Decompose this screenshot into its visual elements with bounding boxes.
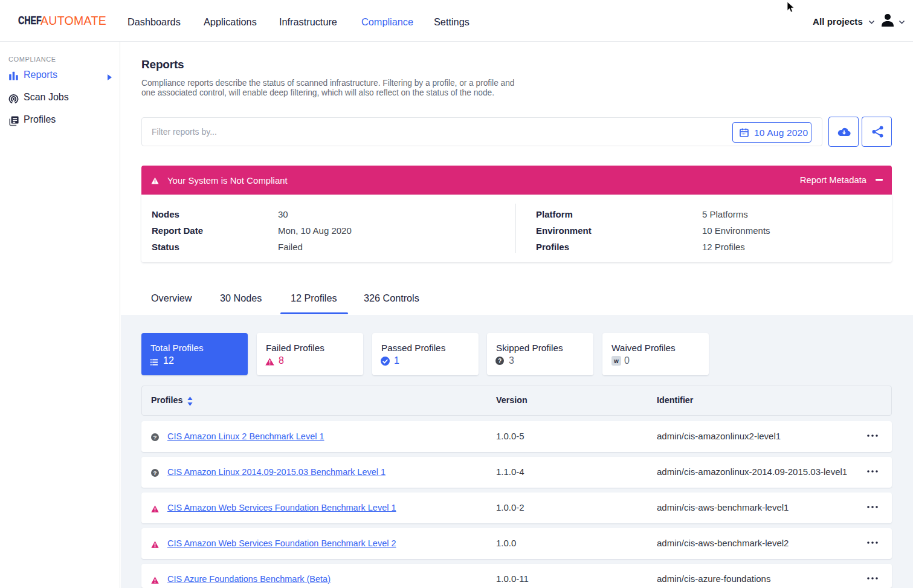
svg-text:w: w	[613, 358, 619, 364]
svg-text:?: ?	[153, 434, 157, 441]
svg-text:?: ?	[498, 358, 502, 364]
svg-text:?: ?	[153, 470, 157, 476]
